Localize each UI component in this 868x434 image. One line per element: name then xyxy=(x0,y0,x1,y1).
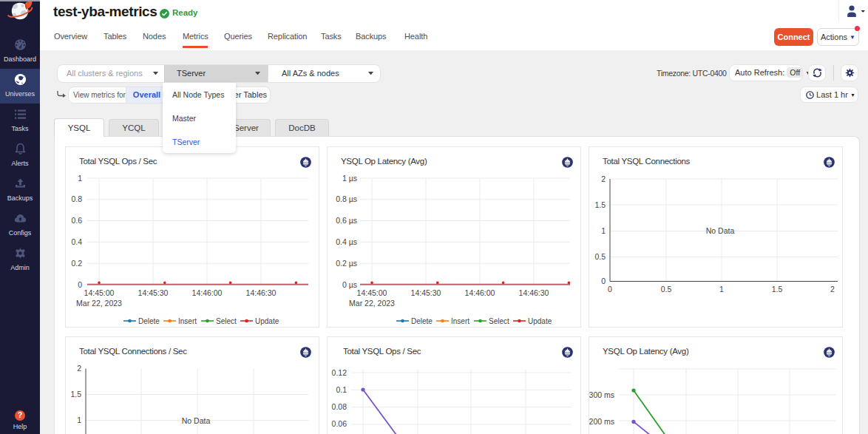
svg-text:1.5: 1.5 xyxy=(70,390,81,399)
svg-text:2: 2 xyxy=(601,174,606,183)
svg-text:0.6: 0.6 xyxy=(71,216,82,225)
svg-text:0.2: 0.2 xyxy=(71,259,82,268)
svg-text:No Data: No Data xyxy=(706,226,735,235)
svg-text:14:45:00: 14:45:00 xyxy=(84,288,115,297)
svg-text:Mar 22, 2023: Mar 22, 2023 xyxy=(349,299,395,308)
svg-text:0.1: 0.1 xyxy=(336,385,347,394)
svg-text:Update: Update xyxy=(528,317,552,325)
svg-text:0.12: 0.12 xyxy=(332,368,347,377)
svg-text:0.8: 0.8 xyxy=(71,194,82,203)
svg-text:Delete: Delete xyxy=(411,317,433,325)
svg-text:Select: Select xyxy=(489,317,509,325)
svg-text:Insert: Insert xyxy=(178,317,197,325)
svg-text:2: 2 xyxy=(830,285,835,294)
svg-text:0: 0 xyxy=(78,280,82,289)
svg-text:14:46:30: 14:46:30 xyxy=(246,288,277,297)
svg-text:1: 1 xyxy=(601,226,606,235)
svg-text:0: 0 xyxy=(601,277,606,285)
svg-text:1: 1 xyxy=(77,416,81,424)
svg-text:1: 1 xyxy=(78,174,82,183)
svg-text:1 µs: 1 µs xyxy=(342,174,357,183)
svg-text:1.5: 1.5 xyxy=(772,285,783,294)
svg-text:Mar 22, 2023: Mar 22, 2023 xyxy=(76,299,122,308)
svg-text:Update: Update xyxy=(255,317,279,325)
svg-text:14:45:30: 14:45:30 xyxy=(138,288,169,297)
svg-text:0: 0 xyxy=(608,285,612,294)
svg-text:2: 2 xyxy=(77,364,81,373)
svg-text:0.8 µs: 0.8 µs xyxy=(336,194,357,203)
svg-text:1: 1 xyxy=(719,285,724,294)
svg-text:0.06: 0.06 xyxy=(332,419,347,428)
svg-text:0.5: 0.5 xyxy=(661,285,672,294)
svg-text:0.2 µs: 0.2 µs xyxy=(336,259,357,268)
svg-text:14:45:00: 14:45:00 xyxy=(357,288,387,297)
svg-text:0.08: 0.08 xyxy=(332,402,347,411)
svg-text:0.6 µs: 0.6 µs xyxy=(336,216,357,225)
svg-text:300 ms: 300 ms xyxy=(589,390,614,399)
svg-text:200 ms: 200 ms xyxy=(589,417,614,426)
svg-text:Insert: Insert xyxy=(451,317,469,325)
svg-text:14:46:00: 14:46:00 xyxy=(465,288,495,297)
svg-text:0 µs: 0 µs xyxy=(342,280,357,289)
svg-text:14:46:30: 14:46:30 xyxy=(519,288,549,297)
svg-text:0.4 µs: 0.4 µs xyxy=(336,237,357,246)
svg-text:0.5: 0.5 xyxy=(594,252,606,261)
svg-text:14:45:30: 14:45:30 xyxy=(411,288,441,297)
svg-text:0.4: 0.4 xyxy=(71,237,82,246)
svg-text:Delete: Delete xyxy=(138,317,160,325)
svg-text:Select: Select xyxy=(216,317,237,325)
svg-text:1.5: 1.5 xyxy=(594,200,606,209)
svg-text:14:46:00: 14:46:00 xyxy=(192,288,223,297)
svg-text:No Data: No Data xyxy=(182,416,211,425)
